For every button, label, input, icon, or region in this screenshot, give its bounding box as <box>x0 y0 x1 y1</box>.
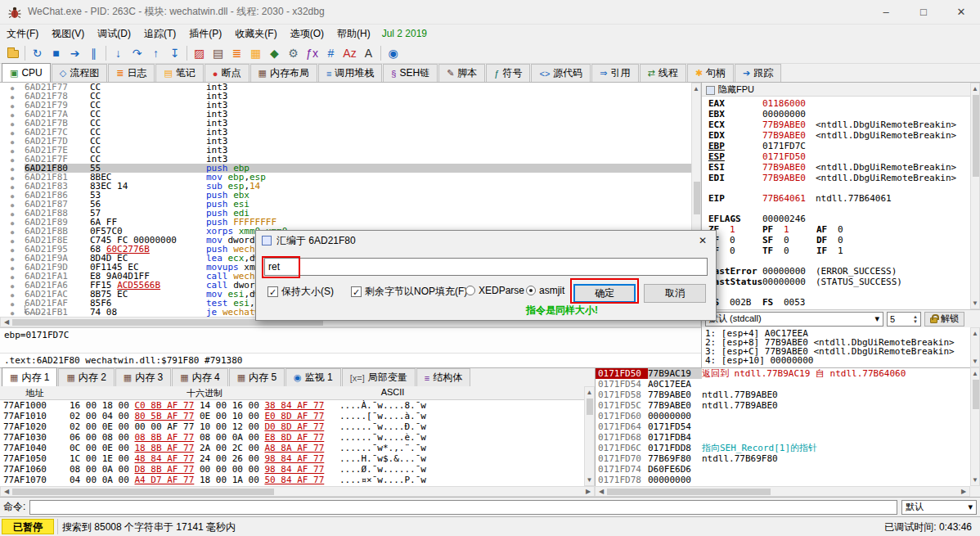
stack-hscrollbar[interactable]: ◀ ▶ <box>595 486 970 497</box>
scroll-down-arrow[interactable]: ▼ <box>585 475 594 484</box>
register-row[interactable]: EAX01186000 <box>702 98 980 109</box>
register-row[interactable]: LastError00000000(ERROR_SUCCESS) <box>702 266 980 277</box>
hash-icon[interactable]: # <box>321 44 340 62</box>
tab-symbols[interactable]: ƒ符号 <box>486 64 530 82</box>
flag-value[interactable]: 0 <box>838 235 870 245</box>
xedparse-radio[interactable]: XEDParse <box>465 285 524 296</box>
tab-struct[interactable]: ≡结构体 <box>416 368 470 386</box>
register-value[interactable]: 77B9ABE0 <box>762 162 806 173</box>
tab-source[interactable]: <>源代码 <box>531 64 591 82</box>
stack-panel[interactable]: 0171FD5077B9AC19返回到 ntdll.77B9AC19 自 ntd… <box>595 367 970 486</box>
register-row[interactable]: EBP0171FD7C <box>702 141 980 151</box>
menu-file[interactable]: 文件(F) <box>0 25 45 43</box>
scroll-right-arrow[interactable]: ▶ <box>583 487 593 496</box>
memory-hscrollbar[interactable]: ◀ ▶ <box>0 486 595 497</box>
stack-value[interactable]: 77B69F80 <box>648 453 702 464</box>
command-input[interactable] <box>29 500 897 515</box>
step-over-icon[interactable]: ↷ <box>128 44 146 62</box>
menu-help[interactable]: 帮助(H) <box>330 25 377 43</box>
scroll-thumb[interactable] <box>973 95 979 177</box>
assemble-instruction-input[interactable] <box>264 258 708 276</box>
register-row[interactable]: EDX77B9ABE0<ntdll.DbgUiRemoteBreakin> <box>702 130 980 141</box>
scroll-up-arrow[interactable]: ▲ <box>971 84 979 93</box>
memory-vscrollbar[interactable]: ▲ ▼ <box>584 386 595 486</box>
menu-trace[interactable]: 追踪(T) <box>137 25 182 43</box>
scroll-up-arrow[interactable]: ▲ <box>971 369 979 378</box>
tab-graph[interactable]: ◇流程图 <box>52 64 107 82</box>
register-value[interactable]: 00000000 <box>762 277 806 287</box>
register-row[interactable]: EIP77B64061ntdll.77B64061 <box>702 193 980 204</box>
memory-row[interactable]: 77AF102002 00 0E 00 00 00 AF 77 10 00 12… <box>0 421 584 432</box>
stack-row[interactable]: 0171FD680171FDB4 <box>596 432 970 443</box>
stack-value[interactable]: 77B9AC19 <box>648 368 702 379</box>
tab-references[interactable]: ⇒引用 <box>591 64 638 82</box>
stack-row[interactable]: 0171FD640171FD54 <box>596 421 970 432</box>
fx-icon[interactable]: ƒx <box>303 44 321 62</box>
stack-vscrollbar[interactable]: ▲ ▼ <box>970 367 980 486</box>
scroll-thumb[interactable] <box>694 182 700 214</box>
run-to-user-icon[interactable]: ↧ <box>165 44 184 62</box>
minimize-button[interactable]: – <box>867 0 905 25</box>
args-depth-stepper[interactable]: 5 ▲▼ <box>887 312 921 327</box>
close-button[interactable]: ✕ <box>942 0 980 25</box>
register-value[interactable]: 0171FD50 <box>762 151 806 162</box>
disasm-row[interactable]: ●6AD21F78CCint3 <box>0 92 691 101</box>
scroll-thumb[interactable] <box>973 380 979 409</box>
hide-fpu-button[interactable]: 隐藏FPU <box>702 83 980 97</box>
register-row[interactable]: LastStatus00000000(STATUS_SUCCESS) <box>702 277 980 287</box>
stack-value[interactable]: 0171FD54 <box>648 421 702 432</box>
tab-dump-4[interactable]: ▦内存 4 <box>172 368 227 386</box>
memory-row[interactable]: 77AF106008 00 0A 00 D8 8B AF 77 00 00 00… <box>0 464 584 475</box>
tab-dump-3[interactable]: ▦内存 3 <box>115 368 171 386</box>
tab-notes[interactable]: ▤笔记 <box>155 64 203 82</box>
memory-row[interactable]: 77AF10501C 00 1E 00 48 84 AF 77 24 00 26… <box>0 453 584 464</box>
patches-icon[interactable]: ▨ <box>190 44 209 62</box>
arguments-vscrollbar[interactable]: ▲ ▼ <box>970 327 980 367</box>
stack-row[interactable]: 0171FD74D60FE6D6 <box>596 464 970 475</box>
memory-row[interactable]: 77AF101002 00 04 00 80 5B AF 77 0E 00 10… <box>0 411 584 421</box>
disasm-row[interactable]: ●6AD21F7FCCint3 <box>0 155 691 164</box>
tab-script[interactable]: ✎脚本 <box>438 64 485 82</box>
settings-icon[interactable]: ⚙ <box>284 44 303 62</box>
stack-value[interactable]: 0171FDD8 <box>648 443 702 453</box>
dialog-close-icon[interactable]: ✕ <box>690 231 716 250</box>
disasm-row[interactable]: ●6AD21F8383EC 14sub esp,14 <box>0 182 691 191</box>
tab-trace[interactable]: ➔跟踪 <box>735 64 781 82</box>
scroll-left-arrow[interactable]: ◀ <box>596 487 606 496</box>
stack-value[interactable]: 0171FDB4 <box>648 432 702 443</box>
fill-nop-checkbox[interactable]: ✓ 剩余字节以NOP填充(F) <box>351 285 467 299</box>
tab-memory-map[interactable]: ▦内存布局 <box>250 64 317 82</box>
scroll-thumb[interactable] <box>12 489 274 495</box>
search-icon[interactable]: ◉ <box>384 44 402 62</box>
scroll-right-arrow[interactable]: ▶ <box>959 487 969 496</box>
stack-row[interactable]: 0171FD5077B9AC19返回到 ntdll.77B9AC19 自 ntd… <box>596 368 970 379</box>
disasm-row[interactable]: ●6AD21F8653push ebx <box>0 191 691 200</box>
stack-row[interactable]: 0171FD7077B69F80ntdll.77B69F80 <box>596 453 970 464</box>
az-icon[interactable]: Az <box>340 44 359 62</box>
step-into-icon[interactable]: ↓ <box>109 44 128 62</box>
scroll-up-arrow[interactable]: ▲ <box>971 329 979 338</box>
register-row[interactable]: ZF1PF1AF0 <box>702 224 980 235</box>
register-value[interactable]: 0171FD7C <box>762 141 806 151</box>
scroll-up-arrow[interactable]: ▲ <box>692 84 700 93</box>
stack-value[interactable]: 00000000 <box>648 411 702 421</box>
breakpoint-gutter[interactable]: ● <box>0 309 25 317</box>
flag-value[interactable]: 0 <box>730 245 762 256</box>
shield-icon[interactable]: ◆ <box>265 44 284 62</box>
pause-icon[interactable]: ∥ <box>84 44 103 62</box>
tab-handles[interactable]: ✱句柄 <box>687 64 734 82</box>
disasm-row[interactable]: ●6AD21F8756push esi <box>0 200 691 209</box>
stack-value[interactable]: 77B9ABE0 <box>648 390 702 400</box>
disasm-row[interactable]: ●6AD21F7ACCint3 <box>0 110 691 119</box>
register-row[interactable]: ESI77B9ABE0<ntdll.DbgUiRemoteBreakin> <box>702 162 980 173</box>
disasm-row[interactable]: ●6AD21F7CCCint3 <box>0 128 691 137</box>
disasm-row[interactable]: ●6AD21F7ECCint3 <box>0 146 691 155</box>
stack-value[interactable]: D60FE6D6 <box>648 464 702 475</box>
stack-value[interactable]: A0C17EEA <box>648 379 702 390</box>
notes-icon[interactable]: ▦ <box>246 44 265 62</box>
flag-value[interactable]: 0 <box>730 235 762 245</box>
step-out-icon[interactable]: ↑ <box>146 44 165 62</box>
asmjit-radio[interactable]: asmjit <box>526 285 564 296</box>
registers-vscrollbar[interactable]: ▲ ▼ <box>970 83 980 309</box>
disasm-row[interactable]: ●6AD21F77CCint3 <box>0 83 691 92</box>
